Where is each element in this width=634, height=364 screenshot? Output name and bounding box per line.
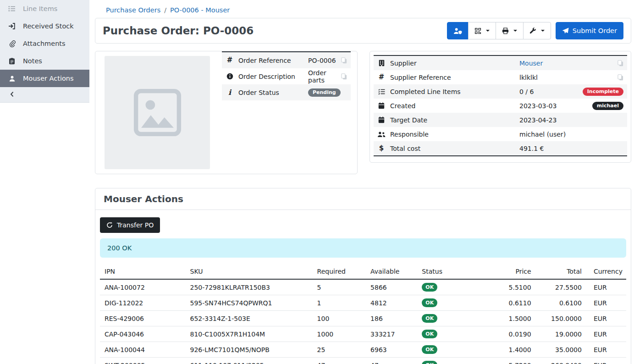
copy-icon[interactable] [341, 73, 347, 80]
cell-status: OK [422, 295, 486, 311]
table-row: ANA-100044926-LMC7101QM5/NOPB256963OK1.4… [100, 342, 626, 358]
mouser-table-body: ANA-100072250-72981KLRATR150B355866OK5.5… [100, 279, 626, 364]
user-check-button[interactable] [447, 22, 469, 39]
detail-value: 491.1 € [519, 145, 544, 152]
cell-required: 5 [317, 279, 371, 295]
user-check-icon [453, 28, 462, 34]
detail-row-target-date: Target Date2023-04-23 [374, 113, 627, 127]
paperclip-icon [8, 40, 16, 47]
breadcrumb: Purchase Orders/PO-0006 - Mouser [95, 3, 631, 18]
calendar-icon [377, 102, 386, 109]
tools-button[interactable] [523, 22, 551, 39]
cell-available: 5866 [370, 279, 422, 295]
detail-value-wrap: 0 / 6 [519, 88, 578, 95]
column-header-total: Total [535, 266, 585, 279]
panel-body: Transfer PO 200 OK IPNSKURequiredAvailab… [95, 210, 631, 364]
table-row: DIG-112022595-SN74HCS74QPWRQ114812OK0.61… [100, 295, 626, 311]
chevron-left-icon [8, 91, 16, 97]
detail-label: Target Date [390, 116, 515, 124]
status-badge: Pending [308, 88, 341, 97]
info-icon: i [226, 89, 234, 96]
column-header-currency: Currency [585, 266, 626, 279]
detail-row-order-status: iOrder StatusPending [222, 84, 351, 100]
detail-value: michael (user) [519, 131, 566, 138]
detail-label: Responsible [390, 131, 515, 138]
cell-sku: 652-3314Z-1-503E [190, 311, 317, 326]
cell-currency: EUR [585, 326, 626, 342]
cell-ipn: ANA-100072 [100, 279, 190, 295]
cell-status: OK [422, 311, 486, 326]
cell-currency: EUR [585, 311, 626, 326]
sidebar-item-label: Notes [23, 57, 42, 65]
list-icon [8, 5, 16, 12]
cell-sku: 810-C1005X7R1H104M [190, 326, 317, 342]
cell-sku: 926-LMC7101QM5/NOPB [190, 342, 317, 358]
cell-required: 1000 [317, 326, 371, 342]
copy-icon[interactable] [617, 74, 623, 81]
info-circle-icon [226, 73, 234, 80]
cell-sku: 611-110.107.011/0205 [190, 358, 317, 364]
copy-icon[interactable] [341, 57, 347, 64]
transfer-po-button[interactable]: Transfer PO [100, 217, 160, 233]
column-header-available: Available [370, 266, 422, 279]
qrcode-button[interactable] [468, 22, 496, 39]
submit-order-button[interactable]: Submit Order [556, 22, 623, 39]
cell-currency: EUR [585, 295, 626, 311]
cell-required: 100 [317, 311, 371, 326]
cell-currency: EUR [585, 279, 626, 295]
cell-price: 0.6110 [487, 295, 535, 311]
sidebar-item-mouser-actions[interactable]: Mouser Actions [0, 70, 89, 87]
breadcrumb-separator: / [164, 6, 166, 14]
mouser-parts-table: IPNSKURequiredAvailableStatusPriceTotalC… [100, 266, 626, 364]
mouser-table-head-row: IPNSKURequiredAvailableStatusPriceTotalC… [100, 266, 626, 279]
supplier-detail-card: SupplierMouser#Supplier Referencelklklkl… [369, 51, 631, 163]
page-title: Purchase Order: PO-0006 [103, 25, 254, 37]
breadcrumb-link-po-0006-mouser[interactable]: PO-0006 - Mouser [170, 6, 230, 14]
column-header-required: Required [317, 266, 371, 279]
detail-value-wrap: Mouser [519, 60, 613, 67]
ok-badge: OK [422, 314, 437, 323]
users-icon [377, 131, 386, 138]
ok-badge: OK [422, 283, 437, 292]
cell-price: 5.7200 [487, 358, 535, 364]
cell-ipn: DIG-112022 [100, 295, 190, 311]
cell-total: 27.5500 [535, 279, 585, 295]
sidebar: Line ItemsReceived StockAttachmentsNotes… [0, 0, 89, 364]
breadcrumb-link-purchase-orders[interactable]: Purchase Orders [106, 6, 160, 14]
sidebar-collapse-button[interactable] [0, 87, 89, 102]
sidebar-item-received-stock[interactable]: Received Stock [0, 17, 89, 35]
caret-down-icon [541, 30, 545, 32]
detail-row-total-cost: $Total cost491.1 € [374, 141, 627, 155]
page-header: Purchase Order: PO-0006 Submit Order [95, 18, 631, 44]
detail-label: Order Reference [238, 57, 303, 64]
cell-sku: 595-SN74HCS74QPWRQ1 [190, 295, 317, 311]
detail-label: Total cost [390, 145, 515, 152]
cell-total: 35.0000 [535, 342, 585, 358]
incomplete-badge: Incomplete [583, 88, 623, 96]
cell-total: 268.8400 [535, 358, 585, 364]
sidebar-item-attachments[interactable]: Attachments [0, 35, 89, 52]
sidebar-item-notes[interactable]: Notes [0, 52, 89, 70]
detail-value-wrap: 491.1 € [519, 145, 623, 152]
action-button-group [447, 22, 551, 39]
table-row: RES-429006652-3314Z-1-503E100186OK1.5000… [100, 311, 626, 326]
detail-value-wrap: 2023-03-03 [519, 102, 588, 110]
panel-title: Mouser Actions [95, 188, 631, 210]
hash-icon: # [377, 74, 386, 81]
print-button[interactable] [496, 22, 524, 39]
cell-status: OK [422, 342, 486, 358]
detail-label: Completed Line Items [390, 88, 515, 95]
cell-currency: EUR [585, 358, 626, 364]
cell-required: 1 [317, 295, 371, 311]
detail-row-supplier-reference: #Supplier Referencelklklkl [374, 70, 627, 84]
detail-value-link[interactable]: Mouser [519, 60, 543, 67]
cell-ipn: RES-429006 [100, 311, 190, 326]
detail-value-wrap: michael (user) [519, 131, 623, 138]
copy-icon[interactable] [617, 60, 623, 66]
sidebar-list: Line ItemsReceived StockAttachmentsNotes… [0, 0, 89, 103]
column-header-status: Status [422, 266, 486, 279]
sidebar-item-line-items[interactable]: Line Items [0, 0, 89, 17]
cell-available: 6963 [370, 342, 422, 358]
cell-price: 1.5000 [487, 311, 535, 326]
order-image-placeholder[interactable] [105, 56, 210, 169]
